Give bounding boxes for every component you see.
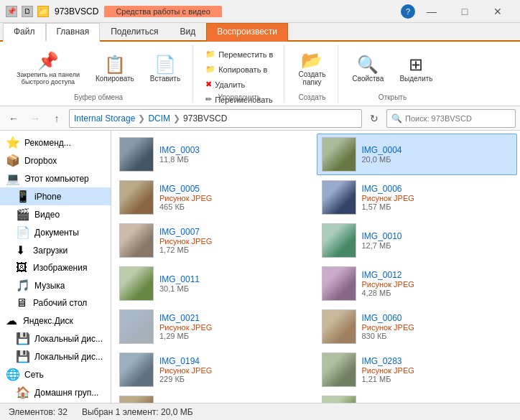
file-item-img0007[interactable]: IMG_0007Рисунок JPEG1,72 МБ xyxy=(114,220,315,261)
title-text: 973BVSCD xyxy=(55,6,98,17)
address-bar: ← → ↑ Internal Storage ❯ DCIM ❯ 973BVSCD… xyxy=(0,106,520,131)
copy2-button[interactable]: 📁 Копировать в xyxy=(200,62,278,76)
window-icon: 🗋 xyxy=(22,6,33,17)
sidebar-item-localc[interactable]: 💾 Локальный дис... xyxy=(0,330,111,347)
folder-icon: 📁 xyxy=(37,6,49,17)
paste-label: Вставить xyxy=(150,75,180,83)
sidebar-item-yandex[interactable]: ☁ Яндекс.Диск xyxy=(0,312,111,330)
file-info-img0010: IMG_001012,7 МБ xyxy=(362,231,513,250)
file-type-img0283: Рисунок JPEG xyxy=(362,366,513,375)
sidebar-item-network[interactable]: 🌐 Сеть xyxy=(0,365,111,383)
close-button[interactable]: ✕ xyxy=(481,0,514,23)
sidebar-item-recommended[interactable]: ⭐ Рекоменд... xyxy=(0,134,111,151)
file-item-img0010[interactable]: IMG_001012,7 МБ xyxy=(317,220,518,261)
new-folder-button[interactable]: 📂 Создать папку xyxy=(292,47,332,90)
pin-icon: 📌 xyxy=(37,52,59,70)
breadcrumb-internal-storage[interactable]: Internal Storage xyxy=(74,113,135,123)
file-info-img0006: IMG_0006Рисунок JPEG1,57 МБ xyxy=(362,184,513,211)
sidebar-label-documents: Документы xyxy=(34,228,79,238)
file-name-img0283: IMG_0283 xyxy=(362,356,513,366)
file-thumb-img0283 xyxy=(322,353,356,387)
sidebar-item-documents[interactable]: 📄 Документы xyxy=(0,223,111,241)
copy-button[interactable]: 📋 Копировать xyxy=(89,47,141,90)
refresh-button[interactable]: ↻ xyxy=(365,109,384,128)
file-type-img0012: Рисунок JPEG xyxy=(362,280,513,289)
file-item-img0004[interactable]: IMG_000420,0 МБ xyxy=(317,134,518,175)
sidebar-item-video[interactable]: 🎬 Видео xyxy=(0,205,111,223)
new-folder-icon: 📂 xyxy=(301,52,322,69)
move-button[interactable]: 📁 Переместить в xyxy=(200,47,278,61)
search-input[interactable] xyxy=(405,114,511,123)
file-type-img0194: Рисунок JPEG xyxy=(159,366,310,375)
up-button[interactable]: ↑ xyxy=(47,109,66,128)
computer-icon: 💻 xyxy=(6,172,20,185)
ribbon-group-open: 🔍 Свойства ⊞ Выделить Открыть xyxy=(340,45,445,103)
sidebar-item-music[interactable]: 🎵 Музыка xyxy=(0,276,111,294)
documents-icon: 📄 xyxy=(16,225,30,239)
breadcrumb-dcim[interactable]: DCIM xyxy=(148,113,170,123)
move-label: Переместить в xyxy=(218,50,273,59)
tab-share[interactable]: Поделиться xyxy=(100,23,169,40)
file-item-img0060[interactable]: IMG_0060Рисунок JPEG830 КБ xyxy=(317,306,518,347)
file-thumb-img0011 xyxy=(119,266,154,301)
file-name-img0012: IMG_0012 xyxy=(362,270,513,280)
delete-button[interactable]: ✖ Удалить xyxy=(200,78,278,91)
file-type-img0006: Рисунок JPEG xyxy=(362,194,513,202)
sidebar-label-yandex: Яндекс.Диск xyxy=(23,316,73,326)
file-item-img0012[interactable]: IMG_0012Рисунок JPEG4,28 МБ xyxy=(317,263,518,304)
sidebar: ⭐ Рекоменд... 📦 Dropbox 💻 Этот компьютер… xyxy=(0,131,111,403)
paste-button[interactable]: 📄 Вставить xyxy=(144,47,187,90)
forward-button[interactable]: → xyxy=(26,109,45,128)
search-icon: 🔍 xyxy=(391,113,402,123)
file-size-img0010: 12,7 МБ xyxy=(362,241,513,250)
file-item-img0284[interactable]: IMG_0284Рисунок JPEG xyxy=(114,392,315,403)
sidebar-item-locald[interactable]: 💾 Локальный дис... xyxy=(0,347,111,365)
file-name-img0060: IMG_0060 xyxy=(362,313,513,323)
ribbon-group-create: 📂 Создать папку Создать xyxy=(286,45,338,103)
file-item-img0301[interactable]: IMG_0301Рисунок JPEG xyxy=(317,392,518,403)
clipboard-buttons: 📌 Закрепить на панели быстрого доступа 📋… xyxy=(10,46,187,92)
file-item-img0003[interactable]: IMG_000311,8 МБ xyxy=(114,134,315,175)
organize-label: Упорядочить xyxy=(218,92,261,101)
file-info-img0004: IMG_000420,0 МБ xyxy=(362,145,513,164)
file-item-img0021[interactable]: IMG_0021Рисунок JPEG1,29 МБ xyxy=(114,306,315,347)
sidebar-label-dropbox: Dropbox xyxy=(24,156,57,166)
file-item-img0006[interactable]: IMG_0006Рисунок JPEG1,57 МБ xyxy=(317,177,518,218)
tab-file[interactable]: Файл xyxy=(3,23,46,42)
open-label: Открыть xyxy=(379,92,407,101)
tab-home[interactable]: Главная xyxy=(46,23,101,42)
properties-button[interactable]: 🔍 Свойства xyxy=(345,47,390,90)
properties-icon: 🔍 xyxy=(357,56,379,73)
dropbox-icon: 📦 xyxy=(6,154,20,167)
locald-icon: 💾 xyxy=(16,350,30,363)
file-thumb-img0284 xyxy=(119,396,154,403)
file-size-img0283: 1,21 МБ xyxy=(362,375,513,383)
minimize-button[interactable]: — xyxy=(415,0,448,23)
file-item-img0011[interactable]: IMG_001130,1 МБ xyxy=(114,263,315,304)
help-button[interactable]: ? xyxy=(401,4,415,19)
file-item-img0005[interactable]: IMG_0005Рисунок JPEG465 КБ xyxy=(114,177,315,218)
maximize-button[interactable]: □ xyxy=(448,0,481,23)
select-button[interactable]: ⊞ Выделить xyxy=(393,47,439,90)
sidebar-item-dropbox[interactable]: 📦 Dropbox xyxy=(0,151,111,169)
file-item-img0194[interactable]: IMG_0194Рисунок JPEG229 КБ xyxy=(114,349,315,391)
file-item-img0283[interactable]: IMG_0283Рисунок JPEG1,21 МБ xyxy=(317,349,518,391)
sidebar-item-thispc[interactable]: 💻 Этот компьютер xyxy=(0,169,111,187)
breadcrumb-sep-2: ❯ xyxy=(173,113,180,123)
file-thumb-img0003 xyxy=(119,137,154,172)
sidebar-item-images[interactable]: 🖼 Изображения xyxy=(0,259,111,276)
pin-button[interactable]: 📌 Закрепить на панели быстрого доступа xyxy=(10,47,86,90)
images-icon: 🖼 xyxy=(16,261,29,274)
file-name-img0004: IMG_0004 xyxy=(362,145,513,155)
file-area: IMG_000311,8 МБIMG_000420,0 МБIMG_0005Ри… xyxy=(111,131,520,403)
sidebar-item-downloads[interactable]: ⬇ Загрузки xyxy=(0,241,111,259)
create-buttons: 📂 Создать папку xyxy=(292,46,332,92)
back-button[interactable]: ← xyxy=(4,109,23,128)
organize-col: 📁 Переместить в 📁 Копировать в ✖ Удалить… xyxy=(200,47,278,90)
sidebar-item-iphone[interactable]: 📱 iPhone xyxy=(0,187,111,205)
tab-view[interactable]: Вид xyxy=(169,23,206,40)
file-info-img0012: IMG_0012Рисунок JPEG4,28 МБ xyxy=(362,270,513,297)
sidebar-item-homegroup[interactable]: 🏠 Домашня груп... xyxy=(0,383,111,401)
sidebar-item-desktop[interactable]: 🖥 Рабочий стол xyxy=(0,294,111,312)
tab-play[interactable]: Воспроизвести xyxy=(206,23,288,42)
